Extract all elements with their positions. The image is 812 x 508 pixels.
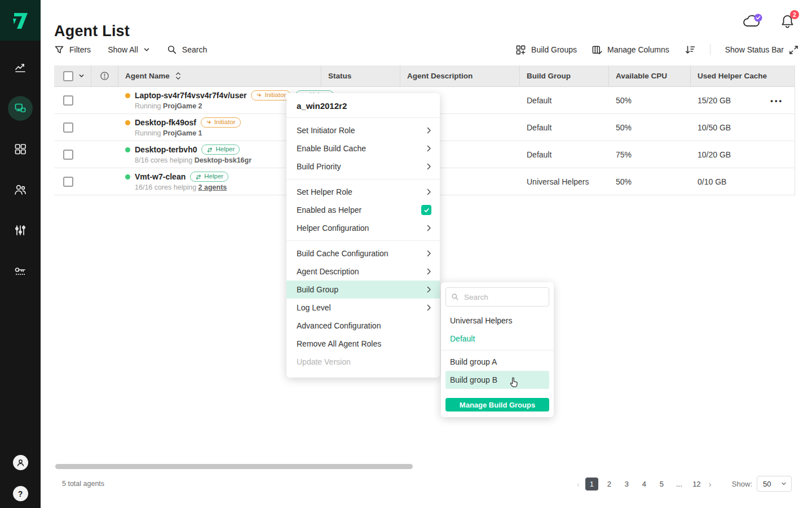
- submenu-divider: [441, 350, 554, 351]
- menu-item-set-helper-role[interactable]: Set Helper Role: [286, 183, 440, 201]
- sidebar-item-settings[interactable]: [8, 218, 33, 243]
- available-cpu-cell: 75%: [609, 141, 691, 168]
- build-group-option-universal-helpers[interactable]: Universal Helpers: [441, 312, 554, 330]
- sidebar-item-dashboard[interactable]: [8, 55, 33, 80]
- column-header-build-group[interactable]: Build Group: [520, 65, 609, 86]
- show-status-bar-label: Show Status Bar: [725, 45, 784, 54]
- subtext-plain: 16/16 cores helping: [135, 183, 198, 191]
- menu-item-label: Log Level: [297, 303, 331, 312]
- agent-name: Desktop-fk49osf: [135, 118, 196, 127]
- users-icon: [14, 183, 27, 196]
- helped-agents-link[interactable]: 2 agents: [198, 183, 227, 191]
- table-header: Agent Name Status Agent Description Buil…: [54, 65, 795, 87]
- enabled-as-helper-checkbox[interactable]: [421, 205, 431, 215]
- menu-item-remove-all-agent-roles[interactable]: Remove All Agent Roles: [286, 335, 440, 353]
- cloud-status-button[interactable]: [742, 14, 763, 29]
- manage-columns-button[interactable]: Manage Columns: [592, 45, 669, 55]
- badge-label: Helper: [204, 173, 223, 180]
- account-avatar-icon: [16, 458, 25, 467]
- menu-item-label: Enable Build Cache: [297, 144, 366, 153]
- subtext-plain: 8/16 cores helping: [135, 156, 195, 164]
- menu-item-build-priority[interactable]: Build Priority: [286, 157, 440, 176]
- sidebar-item-agents[interactable]: [8, 96, 33, 121]
- select-options-chevron-icon[interactable]: [78, 73, 85, 79]
- page-button-12[interactable]: 12: [690, 478, 703, 491]
- sort-lines-icon: [684, 44, 695, 55]
- next-page-button[interactable]: ›: [708, 479, 713, 489]
- row-actions-menu-icon[interactable]: •••: [770, 96, 783, 104]
- row-checkbox[interactable]: [63, 150, 73, 160]
- menu-item-build-cache-configuration[interactable]: Build Cache Configuration: [286, 244, 440, 262]
- sidebar-item-builds[interactable]: [8, 137, 33, 161]
- show-filter-label: Show All: [108, 45, 138, 54]
- menu-item-label: Set Helper Role: [297, 187, 352, 196]
- notifications-button[interactable]: 2: [780, 14, 795, 30]
- build-groups-button[interactable]: Build Groups: [515, 45, 577, 55]
- menu-item-label: Agent Description: [297, 267, 359, 276]
- dashboard-chart-icon: [14, 61, 27, 75]
- account-avatar[interactable]: [13, 455, 28, 470]
- build-group-option-a[interactable]: Build group A: [441, 353, 554, 371]
- column-header-agent-description[interactable]: Agent Description: [400, 65, 520, 86]
- search-icon: [167, 45, 177, 55]
- search-button[interactable]: Search: [167, 45, 207, 55]
- build-group-search[interactable]: [445, 287, 549, 306]
- show-status-bar-button[interactable]: Show Status Bar: [725, 45, 798, 55]
- sidebar-item-license[interactable]: [8, 259, 33, 283]
- subtext-project: ProjGame 2: [163, 102, 202, 110]
- menu-item-build-group[interactable]: Build Group: [286, 281, 440, 299]
- sort-arrows-icon[interactable]: [175, 72, 182, 80]
- notification-count-badge: 2: [790, 10, 799, 19]
- row-checkbox[interactable]: [63, 95, 73, 106]
- expand-icon: [789, 45, 798, 55]
- build-group-option-b[interactable]: Build group B: [445, 371, 549, 389]
- status-header-label: Status: [328, 72, 351, 80]
- chevron-right-icon: [427, 304, 431, 311]
- menu-item-set-initiator-role[interactable]: Set Initiator Role: [286, 121, 440, 139]
- header-icons: 2: [742, 14, 795, 30]
- page-button-5[interactable]: 5: [655, 478, 668, 491]
- menu-item-label: Advanced Configuration: [297, 321, 381, 330]
- agents-icon: [14, 102, 27, 115]
- cloud-icon: [742, 14, 763, 29]
- page-button-3[interactable]: 3: [620, 478, 633, 491]
- chevron-right-icon: [427, 286, 431, 293]
- badge-label: Helper: [215, 146, 235, 153]
- sort-button[interactable]: [684, 44, 695, 55]
- menu-item-enable-build-cache[interactable]: Enable Build Cache: [286, 139, 440, 157]
- horizontal-scrollbar[interactable]: [55, 464, 413, 469]
- initiator-badge: Initiator: [201, 117, 241, 128]
- menu-item-advanced-configuration[interactable]: Advanced Configuration: [286, 317, 440, 335]
- help-button[interactable]: ?: [13, 486, 28, 501]
- build-group-search-input[interactable]: [463, 292, 544, 302]
- page-button-1[interactable]: 1: [585, 478, 598, 491]
- column-header-available-cpu[interactable]: Available CPU: [609, 65, 691, 86]
- column-header-agent-name[interactable]: Agent Name: [118, 65, 321, 86]
- menu-item-agent-description[interactable]: Agent Description: [286, 262, 440, 281]
- page-button-4[interactable]: 4: [638, 478, 651, 491]
- initiator-icon: [206, 120, 212, 126]
- manage-build-groups-button[interactable]: Manage Build Groups: [445, 398, 549, 411]
- page-size-select[interactable]: 50: [757, 476, 792, 492]
- agent-name: Laptop-sv4r7f4vsv4r7f4v/user: [135, 91, 246, 100]
- row-checkbox[interactable]: [63, 122, 73, 133]
- badge-label: Initiator: [264, 92, 286, 99]
- row-checkbox[interactable]: [63, 177, 73, 187]
- build-group-submenu: Universal Helpers Default Build group A …: [441, 282, 554, 417]
- menu-item-update-version: Update Version: [286, 353, 440, 371]
- column-header-used-helper-cache[interactable]: Used Helper Cache: [691, 65, 795, 86]
- column-header-status[interactable]: Status: [321, 65, 400, 86]
- toolbar-divider: [710, 44, 710, 55]
- select-all-checkbox[interactable]: [63, 71, 73, 81]
- menu-item-helper-configuration[interactable]: Helper Configuration: [286, 219, 440, 237]
- menu-item-label: Remove All Agent Roles: [297, 339, 381, 348]
- subtext-project: ProjGame 1: [163, 129, 202, 137]
- menu-item-log-level[interactable]: Log Level: [286, 299, 440, 317]
- show-filter-dropdown[interactable]: Show All: [108, 45, 150, 54]
- build-group-option-default[interactable]: Default: [441, 330, 554, 348]
- page-button-2[interactable]: 2: [603, 478, 616, 491]
- filters-button[interactable]: Filters: [54, 45, 91, 55]
- menu-item-enabled-as-helper[interactable]: Enabled as Helper: [286, 201, 440, 219]
- sidebar-item-users[interactable]: [8, 177, 33, 202]
- previous-page-button[interactable]: ‹: [576, 479, 581, 489]
